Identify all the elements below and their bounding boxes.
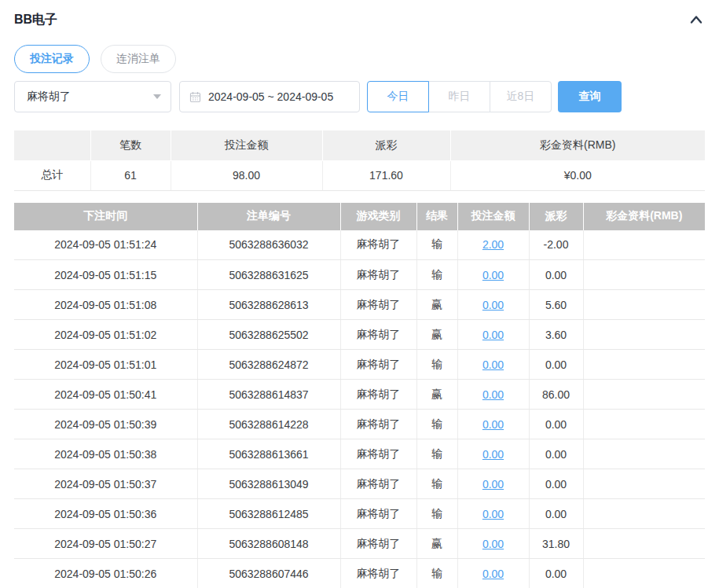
result-cell: 赢	[416, 290, 457, 320]
records-table: 下注时间 注单编号 游戏类别 结果 投注金额 派彩 彩金资料(RMB) 2024…	[14, 203, 705, 588]
collapse-button[interactable]	[688, 14, 705, 25]
table-row: 2024-09-05 01:51:02 5063288625502 麻将胡了 赢…	[14, 320, 705, 350]
panel-header: BB电子	[0, 0, 719, 28]
records-header-row: 下注时间 注单编号 游戏类别 结果 投注金额 派彩 彩金资料(RMB)	[14, 203, 705, 230]
game-select[interactable]: 麻将胡了	[14, 81, 171, 112]
payout-cell: 31.80	[529, 529, 583, 559]
range-button-last-8-days[interactable]: 近8日	[490, 81, 552, 112]
col-bet-time: 下注时间	[14, 203, 197, 230]
records-tbody: 2024-09-05 01:51:24 5063288636032 麻将胡了 输…	[14, 230, 705, 588]
table-row: 2024-09-05 01:51:08 5063288628613 麻将胡了 赢…	[14, 290, 705, 320]
col-result: 结果	[416, 203, 457, 230]
summary-col-blank	[14, 130, 90, 160]
bonus-cell	[583, 469, 705, 499]
bet-amount-cell: 0.00	[457, 380, 529, 410]
col-game-type: 游戏类别	[340, 203, 416, 230]
summary-total-bet-amount: 98.00	[171, 160, 322, 190]
bet-time-cell: 2024-09-05 01:50:37	[14, 469, 197, 499]
payout-cell: 0.00	[529, 410, 583, 439]
order-id-cell: 5063288612485	[197, 499, 340, 529]
order-id-cell: 5063288613661	[197, 439, 340, 469]
bonus-cell	[583, 380, 705, 410]
bet-time-cell: 2024-09-05 01:50:27	[14, 529, 197, 559]
table-row: 2024-09-05 01:51:24 5063288636032 麻将胡了 输…	[14, 230, 705, 260]
bet-time-cell: 2024-09-05 01:51:08	[14, 290, 197, 320]
range-button-yesterday[interactable]: 昨日	[428, 81, 490, 112]
bet-time-cell: 2024-09-05 01:50:41	[14, 380, 197, 410]
col-bet-amount: 投注金额	[457, 203, 529, 230]
payout-cell: 0.00	[529, 499, 583, 529]
result-cell: 输	[416, 499, 457, 529]
summary-total-bonus: ¥0.00	[450, 160, 705, 190]
bonus-cell	[583, 260, 705, 290]
game-type-cell: 麻将胡了	[340, 380, 416, 410]
payout-cell: 86.00	[529, 380, 583, 410]
chevron-up-icon	[689, 16, 703, 28]
bet-amount-cell: 2.00	[457, 230, 529, 260]
bet-time-cell: 2024-09-05 01:51:02	[14, 320, 197, 350]
bet-time-cell: 2024-09-05 01:50:26	[14, 559, 197, 588]
bet-amount-cell: 0.00	[457, 320, 529, 350]
game-type-cell: 麻将胡了	[340, 559, 416, 588]
calendar-icon	[189, 91, 201, 103]
table-row: 2024-09-05 01:50:27 5063288608148 麻将胡了 赢…	[14, 529, 705, 559]
bet-amount-link[interactable]: 0.00	[482, 448, 504, 461]
bet-time-cell: 2024-09-05 01:51:24	[14, 230, 197, 260]
result-cell: 输	[416, 559, 457, 588]
payout-cell: 0.00	[529, 439, 583, 469]
quick-range-group: 今日昨日近8日	[367, 81, 552, 112]
bet-time-cell: 2024-09-05 01:51:15	[14, 260, 197, 290]
bet-amount-link[interactable]: 0.00	[482, 299, 504, 311]
game-type-cell: 麻将胡了	[340, 439, 416, 469]
bet-amount-link[interactable]: 0.00	[482, 418, 504, 431]
summary-col-count: 笔数	[90, 130, 171, 160]
bonus-cell	[583, 230, 705, 260]
bet-amount-cell: 0.00	[457, 529, 529, 559]
bet-amount-link[interactable]: 0.00	[482, 568, 504, 580]
order-id-cell: 5063288608148	[197, 529, 340, 559]
order-id-cell: 5063288607446	[197, 559, 340, 588]
bet-amount-link[interactable]: 0.00	[482, 478, 504, 491]
col-bonus: 彩金资料(RMB)	[583, 203, 705, 230]
bet-amount-cell: 0.00	[457, 469, 529, 499]
range-button-today[interactable]: 今日	[367, 81, 429, 112]
table-row: 2024-09-05 01:51:01 5063288624872 麻将胡了 输…	[14, 350, 705, 380]
table-row: 2024-09-05 01:50:41 5063288614837 麻将胡了 赢…	[14, 380, 705, 410]
bet-amount-link[interactable]: 0.00	[482, 329, 504, 341]
summary-header-row: 笔数 投注金额 派彩 彩金资料(RMB)	[14, 130, 705, 160]
game-type-cell: 麻将胡了	[340, 469, 416, 499]
table-row: 2024-09-05 01:50:39 5063288614228 麻将胡了 输…	[14, 410, 705, 439]
date-range-input[interactable]: 2024-09-05 ~ 2024-09-05	[179, 81, 360, 112]
tab-cancelled-orders[interactable]: 连消注单	[101, 45, 176, 73]
summary-table: 笔数 投注金额 派彩 彩金资料(RMB) 总计 61 98.00 171.60 …	[14, 130, 705, 191]
payout-cell: 5.60	[529, 290, 583, 320]
bet-amount-link[interactable]: 0.00	[482, 388, 504, 401]
bet-amount-cell: 0.00	[457, 410, 529, 439]
bet-amount-link[interactable]: 0.00	[482, 358, 504, 371]
bet-amount-link[interactable]: 0.00	[482, 269, 504, 281]
game-type-cell: 麻将胡了	[340, 350, 416, 380]
bet-amount-link[interactable]: 2.00	[482, 238, 504, 251]
game-type-cell: 麻将胡了	[340, 230, 416, 260]
summary-col-bonus: 彩金资料(RMB)	[450, 130, 705, 160]
payout-cell: -2.00	[529, 230, 583, 260]
game-type-cell: 麻将胡了	[340, 499, 416, 529]
bet-amount-link[interactable]: 0.00	[482, 508, 504, 520]
bonus-cell	[583, 439, 705, 469]
game-type-cell: 麻将胡了	[340, 290, 416, 320]
col-order-id: 注单编号	[197, 203, 340, 230]
result-cell: 输	[416, 260, 457, 290]
bonus-cell	[583, 320, 705, 350]
result-cell: 输	[416, 439, 457, 469]
table-row: 2024-09-05 01:50:37 5063288613049 麻将胡了 输…	[14, 469, 705, 499]
search-button[interactable]: 查询	[558, 81, 622, 112]
bet-amount-link[interactable]: 0.00	[482, 538, 504, 550]
order-id-cell: 5063288614228	[197, 410, 340, 439]
bonus-cell	[583, 559, 705, 588]
tab-bet-records[interactable]: 投注记录	[14, 45, 90, 73]
table-row: 2024-09-05 01:50:36 5063288612485 麻将胡了 输…	[14, 499, 705, 529]
payout-cell: 0.00	[529, 260, 583, 290]
order-id-cell: 5063288624872	[197, 350, 340, 380]
bonus-cell	[583, 499, 705, 529]
bet-amount-cell: 0.00	[457, 290, 529, 320]
